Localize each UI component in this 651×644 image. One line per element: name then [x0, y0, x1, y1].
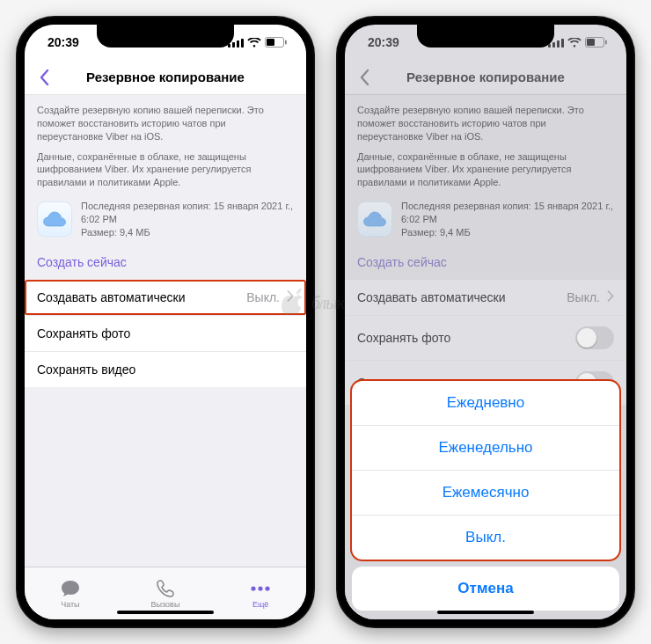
status-time: 20:39 — [48, 35, 79, 49]
tab-calls[interactable]: Вызовы — [151, 579, 180, 609]
save-photo-row[interactable]: Сохранять фото — [25, 316, 306, 352]
battery-icon — [265, 37, 287, 48]
last-backup-info: Последняя резервная копия: 15 января 202… — [25, 193, 306, 246]
page-title: Резервное копирование — [86, 70, 245, 84]
svg-point-7 — [251, 586, 255, 590]
auto-backup-value: Выкл. — [567, 290, 600, 304]
home-indicator[interactable] — [117, 611, 214, 614]
save-photo-row[interactable]: Сохранять фото — [345, 316, 626, 361]
svg-rect-13 — [561, 39, 564, 48]
nav-bar: Резервное копирование — [25, 60, 306, 95]
save-video-label: Сохранять видео — [37, 362, 135, 377]
phone-left: 20:39 Резервное копирование Создайте рез… — [16, 16, 315, 628]
icloud-icon — [37, 201, 72, 237]
status-time: 20:39 — [368, 35, 399, 49]
action-sheet-options: Ежедневно Еженедельно Ежемесячно Выкл. — [352, 381, 619, 560]
create-now-link[interactable]: Создать сейчас — [345, 246, 626, 280]
sheet-option-monthly[interactable]: Ежемесячно — [352, 471, 619, 516]
svg-rect-15 — [587, 39, 595, 46]
page-title: Резервное копирование — [406, 70, 565, 84]
svg-rect-12 — [557, 40, 560, 48]
wifi-icon — [567, 38, 582, 48]
more-icon — [250, 579, 271, 598]
last-backup-info: Последняя резервная копия: 15 января 202… — [345, 193, 626, 246]
battery-icon — [585, 37, 607, 48]
sheet-option-off[interactable]: Выкл. — [352, 516, 619, 560]
svg-rect-3 — [241, 39, 244, 48]
tab-chats[interactable]: Чаты — [60, 579, 81, 609]
svg-rect-5 — [267, 39, 274, 46]
svg-point-8 — [258, 586, 262, 590]
screen-left: 20:39 Резервное копирование Создайте рез… — [25, 25, 306, 619]
auto-backup-row[interactable]: Создавать автоматически Выкл. — [345, 280, 626, 316]
sheet-option-weekly[interactable]: Еженедельно — [352, 426, 619, 471]
chevron-right-icon — [287, 290, 294, 304]
screen-right: 20:39 Резервное копирование Создайте рез… — [345, 25, 626, 619]
save-video-row[interactable]: Сохранять видео — [25, 352, 306, 387]
content-right: Создайте резервную копию вашей переписки… — [345, 95, 626, 619]
auto-backup-label: Создавать автоматически — [357, 290, 505, 304]
nav-bar: Резервное копирование — [345, 60, 626, 95]
save-photo-toggle[interactable] — [575, 326, 614, 349]
back-button[interactable] — [33, 67, 55, 88]
svg-rect-16 — [605, 40, 607, 45]
action-sheet: Ежедневно Еженедельно Ежемесячно Выкл. О… — [352, 381, 619, 611]
create-now-link[interactable]: Создать сейчас — [25, 246, 306, 280]
notch — [97, 25, 234, 48]
save-photo-label: Сохранять фото — [37, 326, 130, 340]
svg-rect-2 — [237, 40, 239, 48]
save-photo-label: Сохранять фото — [357, 331, 450, 345]
phone-right: 20:39 Резервное копирование Создайте рез… — [336, 16, 635, 628]
description: Создайте резервную копию вашей переписки… — [345, 95, 626, 193]
notch — [417, 25, 554, 48]
sheet-option-daily[interactable]: Ежедневно — [352, 381, 619, 426]
svg-rect-11 — [552, 42, 555, 48]
svg-point-9 — [265, 586, 269, 590]
svg-rect-6 — [285, 40, 287, 45]
content-left: Создайте резервную копию вашей переписки… — [25, 95, 306, 567]
tab-more[interactable]: Ещё — [250, 579, 271, 609]
svg-rect-1 — [232, 42, 235, 48]
wifi-icon — [247, 38, 261, 48]
settings-list: Создавать автоматически Выкл. Сохранять … — [25, 280, 306, 387]
home-indicator[interactable] — [437, 611, 534, 614]
icloud-icon — [357, 201, 392, 237]
chat-icon — [60, 579, 81, 598]
sheet-cancel[interactable]: Отмена — [352, 567, 619, 611]
chevron-right-icon — [607, 290, 614, 304]
description: Создайте резервную копию вашей переписки… — [25, 95, 306, 193]
back-button[interactable] — [354, 67, 375, 88]
auto-backup-row[interactable]: Создавать автоматически Выкл. — [25, 280, 306, 316]
auto-backup-label: Создавать автоматически — [37, 290, 185, 304]
auto-backup-value: Выкл. — [246, 290, 280, 304]
phone-icon — [155, 579, 176, 598]
